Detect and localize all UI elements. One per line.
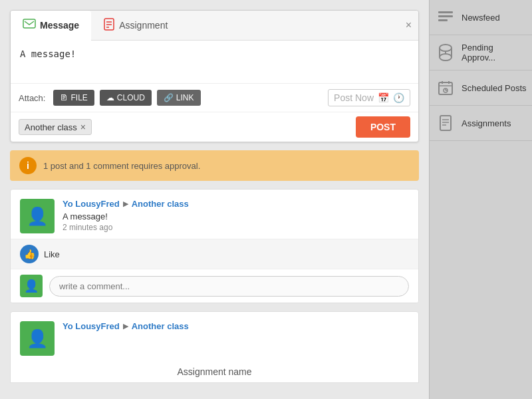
post-header-1: 👤 Yo LousyFred ▶ Another class A message… bbox=[11, 190, 418, 239]
tab-assignment-label: Assignment bbox=[119, 20, 168, 31]
assignments-icon bbox=[435, 112, 456, 134]
post-now-label: Post Now bbox=[334, 92, 374, 103]
comment-avatar-1: 👤 bbox=[20, 275, 43, 297]
assignment-tab-icon bbox=[103, 17, 115, 33]
cloud-icon: ☁ bbox=[106, 93, 114, 102]
compose-textarea[interactable]: A message! bbox=[11, 41, 418, 80]
file-icon: 🖹 bbox=[60, 93, 68, 102]
sidebar: Newsfeed Pending Approv... bbox=[429, 0, 532, 399]
sidebar-item-newsfeed-label: Newsfeed bbox=[462, 13, 500, 23]
post-header-2: 👤 Yo LousyFred ▶ Another class bbox=[11, 312, 418, 361]
notification-icon: i bbox=[19, 157, 37, 174]
svg-rect-1 bbox=[438, 15, 453, 17]
svg-rect-15 bbox=[440, 116, 451, 130]
post-author-line-2: Yo LousyFred ▶ Another class bbox=[63, 321, 409, 331]
scheduled-icon bbox=[435, 77, 456, 98]
post-button[interactable]: POST bbox=[356, 116, 410, 138]
svg-point-4 bbox=[440, 54, 452, 61]
avatar-1: 👤 bbox=[20, 199, 55, 233]
svg-point-3 bbox=[440, 45, 452, 51]
message-tab-icon bbox=[23, 19, 36, 32]
post-author-line-1: Yo LousyFred ▶ Another class bbox=[63, 199, 409, 209]
comment-row-1: 👤 bbox=[11, 269, 418, 303]
post-author-2[interactable]: Yo LousyFred bbox=[63, 321, 120, 331]
avatar-icon-1: 👤 bbox=[27, 206, 48, 227]
notification-bar: i 1 post and 1 comment requires approval… bbox=[10, 150, 419, 181]
avatar-icon-2: 👤 bbox=[27, 329, 48, 349]
avatar-2: 👤 bbox=[20, 321, 55, 356]
tab-assignment[interactable]: Assignment bbox=[91, 11, 180, 40]
notification-text: 1 post and 1 comment requires approval. bbox=[43, 161, 200, 171]
post-date-input[interactable]: Post Now 📅 🕐 bbox=[328, 89, 410, 106]
recipient-row: Another class × POST bbox=[11, 112, 418, 142]
sidebar-item-pending[interactable]: Pending Approv... bbox=[430, 35, 532, 70]
sidebar-item-assignments-label: Assignments bbox=[462, 118, 511, 128]
post-class-1[interactable]: Another class bbox=[132, 199, 189, 209]
attach-link-button[interactable]: 🔗 LINK bbox=[157, 90, 201, 106]
attach-file-button[interactable]: 🖹 FILE bbox=[53, 90, 94, 106]
recipient-name: Another class bbox=[25, 122, 77, 132]
compose-close-button[interactable]: × bbox=[406, 19, 412, 31]
like-icon-1: 👍 bbox=[20, 245, 39, 263]
attach-cloud-button[interactable]: ☁ CLOUD bbox=[100, 90, 152, 106]
post-card-1: 👤 Yo LousyFred ▶ Another class A message… bbox=[10, 189, 419, 303]
recipient-remove-button[interactable]: × bbox=[80, 122, 86, 132]
comment-input-1[interactable] bbox=[49, 276, 409, 297]
tab-message[interactable]: Message bbox=[11, 11, 91, 41]
compose-actions: Attach: 🖹 FILE ☁ CLOUD 🔗 LINK Post Now 📅… bbox=[11, 83, 418, 112]
sidebar-item-newsfeed[interactable]: Newsfeed bbox=[430, 0, 532, 35]
calendar-icon: 📅 bbox=[378, 92, 389, 103]
svg-rect-0 bbox=[438, 11, 453, 13]
clock-icon: 🕐 bbox=[393, 92, 404, 103]
compose-box: Message Assignment × A message! Attach: bbox=[10, 10, 419, 142]
post-meta-1: Yo LousyFred ▶ Another class A message! … bbox=[63, 199, 409, 232]
post-class-2[interactable]: Another class bbox=[132, 321, 189, 331]
tab-message-label: Message bbox=[40, 20, 79, 31]
sidebar-item-pending-label: Pending Approv... bbox=[462, 43, 527, 63]
attach-label: Attach: bbox=[19, 93, 45, 103]
recipient-tag: Another class × bbox=[19, 119, 92, 135]
post-meta-2: Yo LousyFred ▶ Another class bbox=[63, 321, 409, 334]
post-card-2: 👤 Yo LousyFred ▶ Another class Assignmen… bbox=[10, 311, 419, 383]
svg-rect-2 bbox=[438, 19, 448, 21]
post-body-1: A message! bbox=[63, 211, 409, 221]
comment-avatar-icon-1: 👤 bbox=[24, 279, 39, 293]
svg-rect-19 bbox=[23, 19, 35, 28]
assignment-name-2: Assignment name bbox=[11, 361, 418, 382]
post-arrow-1: ▶ bbox=[123, 200, 128, 208]
link-icon: 🔗 bbox=[164, 93, 174, 102]
compose-tabs: Message Assignment × bbox=[11, 11, 418, 41]
main-content: Message Assignment × A message! Attach: bbox=[0, 0, 429, 399]
pending-icon bbox=[435, 42, 456, 63]
sidebar-item-scheduled-label: Scheduled Posts bbox=[462, 83, 527, 93]
post-author-1[interactable]: Yo LousyFred bbox=[63, 199, 120, 209]
sidebar-item-assignments[interactable]: Assignments bbox=[430, 106, 532, 141]
post-time-1: 2 minutes ago bbox=[63, 223, 409, 232]
post-arrow-2: ▶ bbox=[123, 322, 128, 331]
like-bar-1[interactable]: 👍 Like bbox=[11, 239, 418, 269]
newsfeed-icon bbox=[435, 7, 456, 28]
sidebar-item-scheduled[interactable]: Scheduled Posts bbox=[430, 70, 532, 106]
like-label-1: Like bbox=[44, 249, 60, 259]
